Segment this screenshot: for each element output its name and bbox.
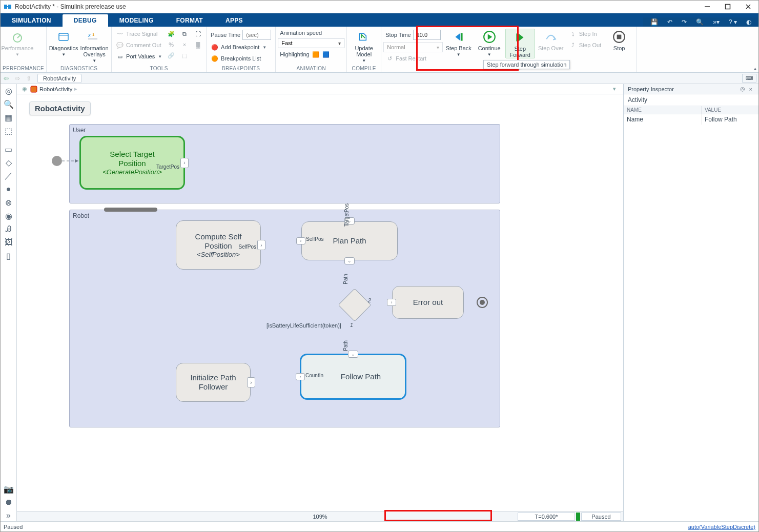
group-compile: Update Model ▼ COMPILE: [347, 27, 381, 72]
inspector-row-name[interactable]: Name Follow Path: [624, 114, 758, 125]
tool-icon-6: ⬚: [178, 50, 191, 60]
redo-icon[interactable]: ↷: [679, 17, 690, 27]
diamond-tool-icon[interactable]: ◇: [3, 157, 14, 168]
svg-rect-9: [516, 33, 518, 41]
pin-bottom[interactable]: ⌄: [344, 257, 355, 264]
pin-out[interactable]: ›: [247, 377, 255, 387]
crumb-arrow-icon[interactable]: ▸: [74, 86, 77, 92]
pin-in[interactable]: ›: [387, 299, 396, 306]
performance-button: Performance ▼: [3, 29, 32, 57]
crumb-root[interactable]: RobotActivity: [37, 86, 74, 92]
search-icon[interactable]: 🔍: [693, 17, 707, 27]
settings-icon[interactable]: ◐: [743, 17, 754, 27]
crumb-dropdown2-icon[interactable]: ▾: [610, 85, 619, 94]
ribbon-collapse-icon[interactable]: ▴: [754, 66, 756, 71]
pause-time-input[interactable]: [242, 30, 271, 40]
model-tab[interactable]: RobotActivity: [37, 74, 81, 83]
group-animation: Animation speed Fast Highlighting🟧🟦 ANIM…: [276, 27, 347, 72]
canvas[interactable]: ◉ RobotActivity ▸ ▾ RobotActivity User R…: [17, 84, 623, 521]
node-init-follower[interactable]: Initialize PathFollower ›: [176, 363, 251, 402]
update-model-button[interactable]: Update Model ▼: [349, 29, 379, 63]
close-button[interactable]: [738, 1, 758, 13]
group-diagnostics: Diagnostics ▼ x1 Information Overlays ▼ …: [47, 27, 112, 72]
explorer-navbar: ⇦ ⇨ ⇧ RobotActivity ⌨: [1, 73, 758, 84]
step-out-button: ⤴Step Out: [567, 40, 603, 50]
sim-time-box: T=0.600*: [518, 513, 575, 521]
comment-out-button: 💬Comment Out: [114, 40, 164, 50]
canvas-tool-a[interactable]: ▦: [3, 112, 14, 123]
diagnostics-button[interactable]: Diagnostics ▼: [49, 29, 78, 57]
info-overlays-button[interactable]: x1 Information Overlays ▼: [79, 29, 109, 63]
label-path-1: Path: [343, 274, 348, 284]
canvas-tool-b[interactable]: ⬚: [3, 125, 14, 136]
keyboard-icon[interactable]: ⌨: [742, 74, 756, 83]
undo-icon[interactable]: ↶: [664, 17, 675, 27]
text-tool-icon[interactable]: Ꭿ: [3, 223, 14, 235]
simulink-icon: [4, 3, 12, 11]
tab-simulation[interactable]: SIMULATION: [1, 14, 63, 27]
more-tools-icon[interactable]: »: [3, 510, 14, 521]
nav-back-icon[interactable]: ⇦: [1, 73, 12, 84]
sim-progress: [576, 513, 580, 521]
minimize-button[interactable]: [697, 1, 717, 13]
node-plan-path[interactable]: Plan Path › ⌄ ⌄ SelfPos: [301, 221, 398, 260]
node-error-out[interactable]: Error out ›: [392, 286, 464, 319]
pin-out[interactable]: ›: [180, 158, 189, 168]
record-icon[interactable]: ⏺: [3, 497, 14, 508]
svg-text:x: x: [88, 32, 91, 38]
line-tool-icon[interactable]: ／: [3, 170, 14, 181]
node-select-target[interactable]: Select TargetPosition <GeneratePosition>…: [79, 136, 185, 190]
help-icon[interactable]: ? ▾: [726, 17, 740, 27]
port-values-button[interactable]: ▭Port Values▼: [114, 51, 164, 62]
guard-label: [isBatteryLifeSufficient(token)]: [266, 322, 341, 329]
highlighting-button[interactable]: Highlighting🟧🟦: [278, 49, 344, 59]
tool-icon-4[interactable]: ⧉: [178, 29, 191, 39]
screenshot-icon[interactable]: 📷: [3, 483, 14, 495]
dot-cross-icon[interactable]: ⊗: [3, 197, 14, 208]
status-right: auto(VariableStepDiscrete): [688, 524, 755, 530]
save-icon[interactable]: 💾: [647, 17, 661, 27]
tab-apps[interactable]: APPS: [214, 14, 254, 27]
ribbon: Performance ▼ PERFORMANCE Diagnostics ▼ …: [1, 27, 758, 73]
inspector-headers: NAME VALUE: [624, 106, 758, 114]
branch-1-label: 1: [350, 322, 353, 328]
dot-filled-icon[interactable]: ●: [3, 183, 14, 195]
image-tool-icon[interactable]: 🖼: [3, 237, 14, 248]
pin-in[interactable]: ›: [296, 237, 305, 244]
continue-button[interactable]: Continue▼: [475, 29, 504, 57]
rect-outline-icon[interactable]: ▯: [3, 250, 14, 261]
tab-modeling[interactable]: MODELING: [108, 14, 165, 27]
trace-signal-button: 〰Trace Signal: [114, 29, 164, 39]
fork-bar[interactable]: [104, 208, 157, 212]
pin-out[interactable]: ›: [257, 240, 265, 250]
inspector-close-icon[interactable]: ×: [747, 86, 754, 92]
inspector-pin-icon[interactable]: ◎: [738, 86, 747, 92]
crumb-dropdown-icon[interactable]: ◉: [20, 85, 29, 94]
stop-button[interactable]: Stop: [604, 29, 634, 51]
breakpoints-list-button[interactable]: 🟠Breakpoints List: [209, 53, 273, 64]
stop-time-input[interactable]: [413, 30, 441, 40]
fit-view-icon[interactable]: ◎: [3, 85, 14, 96]
add-breakpoint-button[interactable]: 🔴Add Breakpoint▼: [209, 42, 273, 52]
dot-target-icon[interactable]: ◉: [3, 210, 14, 221]
node-follow-path[interactable]: Follow Path › ⌄ CountIn: [300, 354, 406, 400]
rect-tool-icon[interactable]: ▭: [3, 144, 14, 155]
maximize-button[interactable]: [717, 1, 738, 13]
tool-icon-7[interactable]: ⛶: [192, 29, 204, 39]
final-node[interactable]: [477, 297, 488, 308]
zoom-icon[interactable]: 🔍: [3, 98, 14, 110]
chart-canvas[interactable]: RobotActivity User Robot: [17, 94, 623, 511]
svg-text:1: 1: [92, 32, 95, 37]
pin-in[interactable]: ›: [296, 373, 305, 380]
initial-node[interactable]: [52, 156, 62, 166]
tab-format[interactable]: FORMAT: [165, 14, 214, 27]
pin-top[interactable]: ⌄: [348, 351, 358, 358]
anim-speed-select[interactable]: Fast: [278, 38, 344, 48]
toolstrip-menu-icon[interactable]: »▾: [710, 17, 723, 27]
label-targetpos-vert: TargetPos: [344, 203, 350, 227]
tool-icon-1[interactable]: 🧩: [165, 29, 177, 39]
tab-debug[interactable]: DEBUG: [63, 14, 108, 27]
step-back-button[interactable]: Step Back▼: [444, 29, 474, 57]
step-forward-button[interactable]: Step Forward: [505, 29, 535, 58]
node-compute-self[interactable]: Compute SelfPosition <SelfPosition> › Se…: [176, 220, 261, 270]
